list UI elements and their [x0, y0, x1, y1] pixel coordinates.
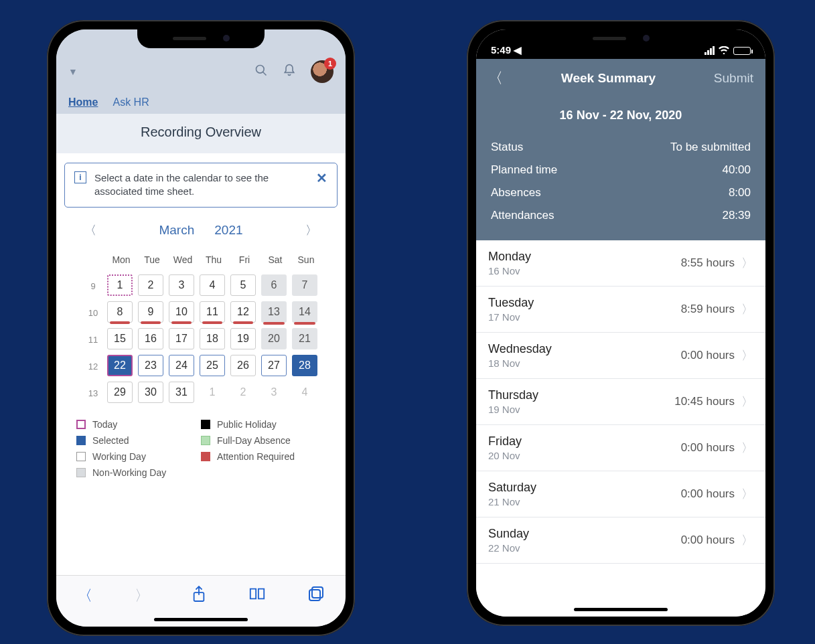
calendar-day[interactable]: 9 — [138, 301, 163, 323]
day-row[interactable]: Saturday21 Nov0:00 hours〉 — [476, 471, 765, 517]
menu-dropdown[interactable]: ▼ — [68, 66, 78, 77]
tabs-icon[interactable] — [308, 586, 324, 606]
signal-icon — [705, 46, 715, 55]
calendar-day[interactable]: 17 — [169, 328, 194, 349]
calendar-day[interactable]: 14 — [292, 301, 317, 323]
legend: Today Public Holiday Selected Full-Day A… — [64, 408, 338, 478]
calendar-day[interactable]: 13 — [261, 301, 287, 323]
avatar[interactable]: 1 — [311, 60, 334, 83]
calendar-day[interactable]: 31 — [169, 382, 194, 403]
calendar-day[interactable]: 8 — [107, 301, 133, 323]
calendar-day[interactable]: 4 — [292, 382, 317, 403]
absences-value: 8:00 — [729, 186, 751, 199]
tab-home[interactable]: Home — [68, 96, 98, 108]
calendar-day[interactable]: 23 — [138, 355, 163, 376]
phone-frame-right: 5:49 ◀ 〈 Week Summary Submit 16 Nov - 22… — [467, 20, 775, 626]
day-row[interactable]: Thursday19 Nov10:45 hours〉 — [476, 379, 765, 425]
share-icon[interactable] — [192, 585, 206, 607]
calendar-month[interactable]: March — [159, 223, 194, 238]
svg-rect-4 — [309, 590, 320, 600]
home-indicator[interactable] — [154, 618, 248, 621]
day-date: 21 Nov — [488, 496, 536, 507]
calendar-day[interactable]: 24 — [169, 355, 194, 376]
close-icon[interactable]: ✕ — [316, 171, 327, 185]
dow-header: Wed — [169, 248, 197, 272]
calendar-day[interactable]: 6 — [261, 274, 287, 296]
bell-icon[interactable] — [283, 63, 296, 80]
day-row[interactable]: Wednesday18 Nov0:00 hours〉 — [476, 333, 765, 379]
day-name: Wednesday — [488, 342, 552, 356]
calendar-grid: MonTueWedThuFriSatSun9123456710891011121… — [64, 245, 338, 408]
calendar-day[interactable]: 7 — [292, 274, 317, 296]
legend-nonworking: Non-Working Day — [92, 467, 166, 478]
calendar-day[interactable]: 2 — [230, 382, 256, 403]
page-title: Week Summary — [561, 71, 656, 86]
day-name: Sunday — [488, 527, 529, 541]
calendar-day[interactable]: 3 — [169, 274, 194, 296]
calendar-day[interactable]: 10 — [169, 301, 194, 323]
svg-rect-3 — [312, 587, 323, 598]
day-row[interactable]: Friday20 Nov0:00 hours〉 — [476, 425, 765, 471]
next-month-button[interactable]: 〉 — [305, 222, 317, 238]
calendar-day[interactable]: 27 — [261, 355, 287, 376]
calendar-day[interactable]: 19 — [230, 328, 256, 349]
day-date: 19 Nov — [488, 404, 538, 415]
legend-today: Today — [92, 419, 117, 430]
week-number: 11 — [82, 328, 104, 352]
tab-ask-hr[interactable]: Ask HR — [113, 96, 149, 108]
calendar-day[interactable]: 30 — [138, 382, 163, 403]
day-list: Monday16 Nov8:55 hours〉Tuesday17 Nov8:59… — [476, 240, 765, 617]
legend-working: Working Day — [92, 451, 146, 462]
calendar-day[interactable]: 12 — [230, 301, 256, 323]
calendar-day[interactable]: 4 — [200, 274, 225, 296]
calendar-day[interactable]: 5 — [230, 274, 256, 296]
day-hours: 0:00 hours — [681, 534, 735, 547]
week-number: 9 — [82, 274, 104, 299]
day-hours: 10:45 hours — [674, 395, 735, 408]
calendar-day[interactable]: 18 — [200, 328, 225, 349]
back-button[interactable]: 〈 — [488, 68, 503, 88]
notch — [557, 29, 684, 48]
day-row[interactable]: Sunday22 Nov0:00 hours〉 — [476, 517, 765, 564]
day-date: 22 Nov — [488, 542, 529, 554]
calendar-day[interactable]: 20 — [261, 328, 287, 349]
calendar-day[interactable]: 2 — [138, 274, 163, 296]
calendar-day[interactable]: 28 — [292, 355, 317, 376]
bookmarks-icon[interactable] — [248, 586, 266, 605]
search-icon[interactable] — [254, 64, 268, 80]
page-title: Recording Overview — [56, 114, 346, 153]
calendar-day[interactable]: 22 — [107, 355, 133, 376]
svg-line-1 — [263, 72, 267, 76]
calendar-day[interactable]: 21 — [292, 328, 317, 349]
location-icon: ◀ — [514, 44, 522, 56]
calendar-day[interactable]: 25 — [200, 355, 225, 376]
prev-month-button[interactable]: 〈 — [84, 222, 96, 238]
day-hours: 0:00 hours — [681, 441, 735, 455]
calendar-year[interactable]: 2021 — [214, 223, 242, 238]
calendar-day[interactable]: 3 — [261, 382, 287, 403]
week-number: 10 — [82, 301, 104, 325]
calendar-day[interactable]: 29 — [107, 382, 133, 403]
calendar-day[interactable]: 16 — [138, 328, 163, 349]
week-summary-page: 5:49 ◀ 〈 Week Summary Submit 16 Nov - 22… — [476, 29, 765, 617]
dow-header: Sat — [261, 248, 289, 272]
submit-button[interactable]: Submit — [714, 71, 753, 86]
dow-header: Tue — [138, 248, 166, 272]
day-row[interactable]: Tuesday17 Nov8:59 hours〉 — [476, 287, 765, 333]
attention-bar — [202, 321, 222, 324]
calendar-day[interactable]: 1 — [200, 382, 225, 403]
attention-bar — [263, 322, 285, 325]
recording-overview-page: ▼ 1 Home Ask HR — [56, 29, 346, 627]
day-row[interactable]: Monday16 Nov8:55 hours〉 — [476, 240, 765, 287]
calendar-day[interactable]: 11 — [200, 301, 225, 323]
day-hours: 8:59 hours — [681, 303, 735, 316]
day-name: Friday — [488, 434, 522, 449]
day-date: 17 Nov — [488, 311, 534, 323]
legend-swatch-today — [76, 420, 86, 429]
home-indicator[interactable] — [574, 608, 668, 611]
browser-back-icon[interactable]: 〈 — [78, 586, 92, 606]
calendar-day[interactable]: 1 — [107, 274, 133, 296]
legend-swatch-selected — [76, 436, 86, 445]
calendar-day[interactable]: 15 — [107, 328, 133, 349]
calendar-day[interactable]: 26 — [230, 355, 256, 376]
